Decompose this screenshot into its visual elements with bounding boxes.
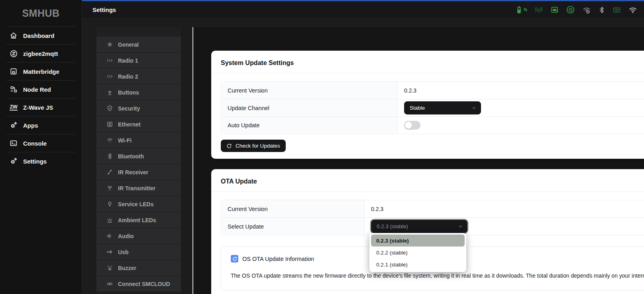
shield-check-icon	[106, 105, 113, 112]
ota-update-card: OTA Update Current Version 0.2.3 Select …	[211, 169, 644, 294]
table-row: Current Version 0.2.3	[221, 82, 644, 99]
radio-digit: 1	[109, 59, 110, 62]
select-update-select[interactable]: 0.2.3 (stable)	[371, 220, 467, 233]
ir-transmitter-icon	[106, 185, 113, 192]
system-update-table: Current Version 0.2.3 Update Channel Sta…	[221, 81, 644, 134]
bluetooth-icon	[598, 6, 605, 14]
row-label: Current Version	[221, 82, 398, 99]
sidebar-item-dashboard[interactable]: Dashboard	[0, 27, 82, 44]
gears-icon	[9, 157, 18, 166]
battery-icon: %	[515, 6, 527, 14]
sidebar-item-zwave-js[interactable]: ZW Z-Wave JS	[0, 99, 82, 116]
current-version-value: 0.2.3	[365, 200, 644, 217]
settings-menu-item-buzzer[interactable]: Buzzer	[96, 260, 181, 276]
sidebar-item-label: Settings	[23, 158, 47, 165]
app-window: SMHUB Dashboard zigbee2mqtt Matterbridge	[0, 0, 644, 294]
info-title: OS OTA Update Information	[242, 256, 314, 262]
settings-menu-list: General 1 Radio 1 2 Radio 2 Buttons Secu…	[96, 37, 181, 292]
settings-menu-item-radio-2[interactable]: 2 Radio 2	[96, 69, 181, 85]
selected-option-label: Stable	[410, 105, 425, 111]
settings-menu-label: Audio	[118, 233, 134, 239]
settings-menu-label: Connect SMCLOUD	[118, 281, 170, 287]
wifi-icon	[106, 137, 113, 144]
row-value	[398, 117, 644, 134]
chevron-down-icon	[471, 105, 477, 110]
node-red-icon	[9, 85, 18, 94]
sidebar-item-label: Console	[23, 140, 47, 147]
settings-menu-item-wifi[interactable]: Wi-Fi	[96, 132, 181, 148]
settings-menu-item-audio[interactable]: Audio	[96, 228, 181, 244]
threads-icon	[566, 5, 575, 14]
bell-icon	[106, 264, 113, 272]
settings-menu-label: Usb	[118, 249, 128, 255]
ir-receiver-icon	[106, 169, 113, 176]
radio-2-icon: 2	[106, 73, 113, 80]
refresh-icon	[226, 143, 232, 149]
terminal-icon	[9, 139, 18, 148]
usb-icon	[106, 249, 113, 256]
ota-update-table: Current Version 0.2.3 Select Update 0.2.…	[221, 200, 644, 235]
page-title: Settings	[92, 6, 116, 13]
bulb-icon	[106, 201, 113, 208]
settings-menu-item-ir-transmitter[interactable]: IR Transmitter	[96, 180, 181, 196]
sidebar-item-settings[interactable]: Settings	[0, 152, 82, 170]
sidebar-item-zigbee2mqtt[interactable]: zigbee2mqtt	[0, 45, 82, 62]
gears-icon	[9, 121, 18, 130]
sidebar-item-label: zigbee2mqtt	[23, 50, 58, 57]
settings-menu-item-ambient-leds[interactable]: Ambient LEDs	[96, 212, 181, 228]
settings-menu-item-service-leds[interactable]: Service LEDs	[96, 196, 181, 212]
divider	[211, 191, 644, 192]
settings-menu-item-bluetooth[interactable]: Bluetooth	[96, 148, 181, 164]
settings-menu-item-usb[interactable]: Usb	[96, 244, 181, 260]
status-icon-bar: %	[515, 5, 638, 14]
radio-antenna-icon	[534, 6, 544, 14]
settings-menu-item-radio-1[interactable]: 1 Radio 1	[96, 53, 181, 69]
check-for-updates-button[interactable]: Check for Updates	[221, 140, 286, 152]
settings-menu-item-security[interactable]: Security	[96, 101, 181, 116]
row-value: Stable	[398, 99, 644, 116]
glow-icon	[106, 217, 113, 224]
row-label: Update Channel	[221, 99, 398, 116]
row-label: Auto Update	[221, 117, 398, 134]
settings-menu-label: Radio 2	[118, 73, 138, 80]
radio-1-icon: 1	[106, 57, 113, 64]
dropdown-option[interactable]: 0.2.1 (stable)	[371, 258, 465, 270]
settings-menu-label: Service LEDs	[118, 201, 154, 207]
sidebar-item-apps[interactable]: Apps	[0, 116, 82, 134]
settings-menu-label: Buttons	[118, 89, 139, 96]
sidebar-item-label: Matterbridge	[23, 68, 59, 75]
settings-menu-label: Security	[118, 105, 140, 112]
settings-menu-panel: General 1 Radio 1 2 Radio 2 Buttons Secu…	[96, 27, 181, 294]
zwave-icon: ZW	[9, 103, 18, 112]
dropdown-option[interactable]: 0.2.2 (stable)	[371, 247, 465, 258]
settings-menu-label: Radio 1	[118, 57, 138, 64]
wifi-icon	[628, 6, 638, 14]
dropdown-option[interactable]: 0.2.3 (stable)	[371, 235, 465, 247]
sidebar-item-label: Dashboard	[23, 32, 54, 39]
system-update-settings-card: System Update Settings Current Version 0…	[211, 51, 644, 159]
card-title: System Update Settings	[221, 59, 644, 67]
settings-menu-item-general[interactable]: General	[96, 37, 181, 53]
sidebar-item-console[interactable]: Console	[0, 134, 82, 152]
row-value: 0.2.3 (stable)	[365, 218, 644, 235]
settings-menu-item-ethernet[interactable]: Ethernet	[96, 116, 181, 132]
settings-menu-item-ir-receiver[interactable]: IR Receiver	[96, 164, 181, 180]
settings-menu-item-connect-smcloud[interactable]: Connect SMCLOUD	[96, 276, 181, 292]
selected-option-label: 0.2.3 (stable)	[377, 223, 408, 229]
sidebar-item-node-red[interactable]: Node Red	[0, 81, 82, 98]
bluetooth-icon	[106, 153, 113, 160]
card-title: OTA Update	[221, 178, 644, 185]
sidebar-item-matterbridge[interactable]: Matterbridge	[0, 63, 82, 80]
auto-update-toggle[interactable]	[404, 121, 420, 130]
gear-icon	[106, 41, 113, 48]
settings-menu-item-buttons[interactable]: Buttons	[96, 85, 181, 101]
current-version-value: 0.2.3	[398, 82, 644, 99]
sync-info-icon	[231, 255, 238, 262]
row-label: Current Version	[221, 200, 365, 217]
ethernet-port-icon	[612, 6, 621, 14]
settings-menu-label: IR Transmitter	[118, 185, 155, 191]
main-area: System Update Settings Current Version 0…	[192, 27, 644, 294]
update-channel-select[interactable]: Stable	[404, 101, 481, 114]
zigbee-icon	[9, 49, 18, 58]
divider	[211, 73, 644, 73]
